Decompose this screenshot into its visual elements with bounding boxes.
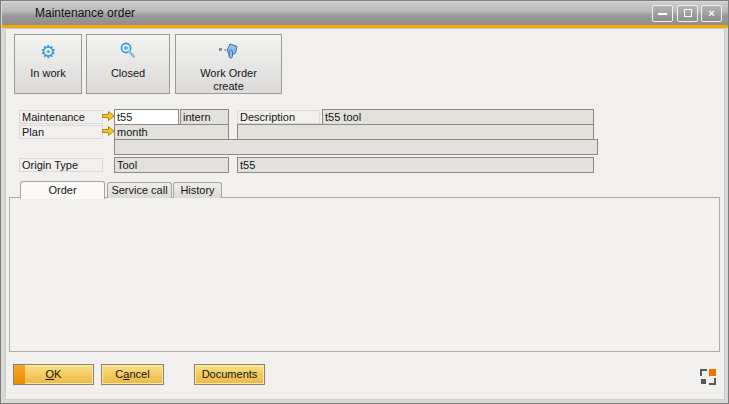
extra-row-field xyxy=(114,139,598,155)
link-arrow-icon[interactable] xyxy=(101,110,115,122)
ok-button[interactable]: OK xyxy=(13,364,94,385)
maximize-icon xyxy=(684,9,692,17)
expand-corner xyxy=(700,369,707,376)
maintenance-order-window: Maintenance order × ⚙ In work Closed xyxy=(0,0,729,404)
minimize-button[interactable] xyxy=(652,5,673,22)
default-button-stripe xyxy=(14,365,25,384)
window-title: Maintenance order xyxy=(35,6,135,20)
title-bar[interactable]: Maintenance order xyxy=(2,2,728,25)
documents-button[interactable]: Documents xyxy=(194,364,265,385)
closed-button[interactable]: Closed xyxy=(86,34,170,94)
origin-type-label: Origin Type xyxy=(19,158,103,172)
origin-type-field: Tool xyxy=(114,157,229,173)
ok-label: OK xyxy=(46,368,62,380)
minimize-icon xyxy=(658,13,667,15)
plan-right-field xyxy=(237,124,594,140)
close-icon: × xyxy=(708,7,714,19)
in-work-button[interactable]: ⚙ In work xyxy=(14,34,82,94)
cancel-label: Cancel xyxy=(115,368,149,380)
expand-form-icon[interactable] xyxy=(700,369,716,385)
expand-corner xyxy=(709,378,716,385)
magnifier-plus-icon xyxy=(87,41,169,65)
maintenance-code-input[interactable] xyxy=(114,109,179,125)
expand-corner xyxy=(701,379,706,384)
hand-pointer-icon xyxy=(176,41,281,65)
description-field: t55 tool xyxy=(322,109,594,125)
cancel-button[interactable]: Cancel xyxy=(101,364,164,385)
link-arrow-icon[interactable] xyxy=(101,125,115,137)
plan-label: Plan xyxy=(19,125,103,139)
maximize-button[interactable] xyxy=(677,5,698,22)
expand-corner-orange xyxy=(709,369,716,376)
close-button[interactable]: × xyxy=(701,5,722,22)
work-order-create-label: Work Order create xyxy=(184,67,274,93)
in-work-label: In work xyxy=(15,67,81,80)
description-label: Description xyxy=(237,110,320,124)
closed-label: Closed xyxy=(87,67,169,80)
origin-name-field: t55 xyxy=(237,157,594,173)
tab-order[interactable]: Order xyxy=(20,181,105,199)
tab-history[interactable]: History xyxy=(173,182,222,198)
gear-play-icon: ⚙ xyxy=(15,41,81,65)
tab-service-call[interactable]: Service call xyxy=(107,182,172,198)
maintenance-type-field: intern xyxy=(180,109,229,125)
order-tab-panel xyxy=(9,197,720,352)
work-order-create-button[interactable]: Work Order create xyxy=(175,34,282,94)
documents-label: Documents xyxy=(202,368,258,380)
maintenance-label: Maintenance xyxy=(19,110,103,124)
plan-field: month xyxy=(114,124,229,140)
